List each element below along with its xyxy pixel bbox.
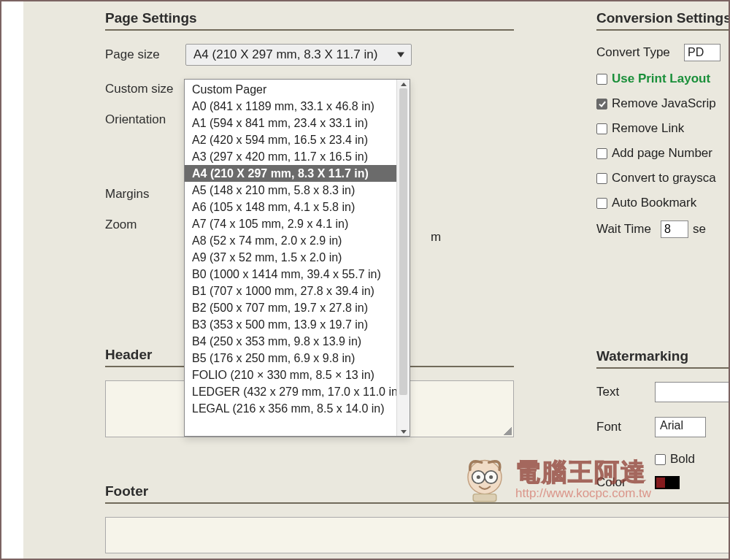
page-size-option[interactable]: B2 (500 x 707 mm, 19.7 x 27.8 in)	[185, 299, 396, 316]
page-size-option[interactable]: A1 (594 x 841 mm, 23.4 x 33.1 in)	[185, 115, 396, 131]
watermark-bold-checkbox[interactable]	[655, 454, 666, 465]
watermark-text-input[interactable]	[655, 382, 730, 402]
remove-link-label: Remove Link	[612, 121, 684, 136]
watermark-color-swatch[interactable]	[655, 476, 680, 489]
page-size-option[interactable]: B5 (176 x 250 mm, 6.9 x 9.8 in)	[185, 350, 396, 367]
remove-javascript-checkbox[interactable]	[596, 99, 607, 110]
page-size-dropdown[interactable]: Custom PagerA0 (841 x 1189 mm, 33.1 x 46…	[184, 79, 410, 437]
scrollbar-thumb[interactable]	[399, 88, 407, 395]
resize-handle-icon[interactable]	[503, 426, 512, 435]
wait-time-input[interactable]	[661, 220, 688, 238]
svg-point-2	[485, 471, 497, 483]
conversion-settings-section: Conversion Settings Convert Type PD Use …	[596, 10, 730, 248]
orientation-label: Orientation	[105, 112, 185, 127]
svg-point-5	[489, 475, 493, 479]
page-size-option[interactable]: A7 (74 x 105 mm, 2.9 x 4.1 in)	[185, 215, 396, 232]
watermark-color-label: Color	[596, 475, 655, 490]
page-size-select[interactable]: A4 (210 X 297 mm, 8.3 X 11.7 in)	[185, 44, 412, 66]
custom-size-label: Custom size	[105, 82, 185, 96]
watermark-font-label: Font	[596, 420, 655, 434]
dropdown-scrollbar[interactable]	[396, 80, 410, 436]
wait-time-label: Wait Time	[596, 222, 661, 237]
auto-bookmark-checkbox[interactable]	[596, 198, 607, 209]
auto-bookmark-label: Auto Bookmark	[612, 196, 696, 210]
zoom-label: Zoom	[105, 218, 185, 232]
watermarking-section: Watermarking Text Font Arial Bold Color	[596, 348, 730, 490]
page-size-option[interactable]: FOLIO (210 × 330 mm, 8.5 × 13 in)	[185, 367, 396, 383]
convert-grayscale-label: Convert to graysca	[612, 171, 716, 185]
page-size-option[interactable]: B4 (250 x 353 mm, 9.8 x 13.9 in)	[185, 333, 396, 350]
page-size-option[interactable]: A8 (52 x 74 mm, 2.0 x 2.9 in)	[185, 232, 396, 249]
page-size-option[interactable]: A0 (841 x 1189 mm, 33.1 x 46.8 in)	[185, 98, 396, 115]
footer-textarea[interactable]	[105, 517, 730, 553]
page-size-label: Page size	[105, 47, 185, 62]
page-size-option[interactable]: Custom Pager	[185, 81, 396, 98]
page-size-option[interactable]: A9 (37 x 52 mm, 1.5 x 2.0 in)	[185, 249, 396, 266]
page-size-option[interactable]: A5 (148 x 210 mm, 5.8 x 8.3 in)	[185, 182, 396, 199]
conversion-settings-title: Conversion Settings	[596, 10, 730, 31]
page-size-option[interactable]: LEGAL (216 x 356 mm, 8.5 x 14.0 in)	[185, 400, 396, 417]
svg-point-4	[477, 475, 480, 479]
page-size-option[interactable]: B3 (353 x 500 mm, 13.9 x 19.7 in)	[185, 316, 396, 333]
watermark-font-select[interactable]: Arial	[655, 417, 706, 437]
svg-point-1	[472, 471, 485, 483]
page-size-option[interactable]: B0 (1000 x 1414 mm, 39.4 x 55.7 in)	[185, 266, 396, 283]
add-page-number-checkbox[interactable]	[596, 148, 607, 159]
convert-type-select[interactable]: PD	[684, 44, 721, 61]
scroll-down-arrow-icon[interactable]	[397, 427, 410, 436]
page-size-option[interactable]: LEDGER (432 x 279 mm, 17.0 x 11.0 in)	[185, 383, 396, 400]
footer-section: Footer	[105, 483, 730, 553]
page-size-option[interactable]: A4 (210 X 297 mm, 8.3 X 11.7 in)	[185, 165, 396, 182]
convert-type-label: Convert Type	[596, 45, 684, 60]
page-settings-title: Page Settings	[105, 10, 514, 31]
margins-label: Margins	[105, 187, 185, 202]
watermarking-title: Watermarking	[596, 348, 730, 369]
convert-grayscale-checkbox[interactable]	[596, 173, 607, 184]
watermark-text-label: Text	[596, 385, 655, 399]
wait-time-unit: se	[693, 222, 706, 237]
watermark-bold-label: Bold	[670, 452, 695, 467]
page-size-option[interactable]: A6 (105 x 148 mm, 4.1 x 5.8 in)	[185, 199, 396, 215]
page-size-option[interactable]: A3 (297 x 420 mm, 11.7 x 16.5 in)	[185, 148, 396, 165]
remove-link-checkbox[interactable]	[596, 123, 607, 134]
page-size-option[interactable]: B1 (707 x 1000 mm, 27.8 x 39.4 in)	[185, 283, 396, 299]
scroll-up-arrow-icon[interactable]	[397, 80, 410, 88]
use-print-layout-label[interactable]: Use Print Layout	[612, 72, 710, 86]
page-size-option[interactable]: A2 (420 x 594 mm, 16.5 x 23.4 in)	[185, 131, 396, 148]
remove-javascript-label: Remove JavaScrip	[612, 96, 716, 111]
use-print-layout-checkbox[interactable]	[596, 74, 607, 85]
add-page-number-label: Add page Number	[612, 146, 712, 161]
margins-unit-hint: m	[431, 230, 441, 245]
